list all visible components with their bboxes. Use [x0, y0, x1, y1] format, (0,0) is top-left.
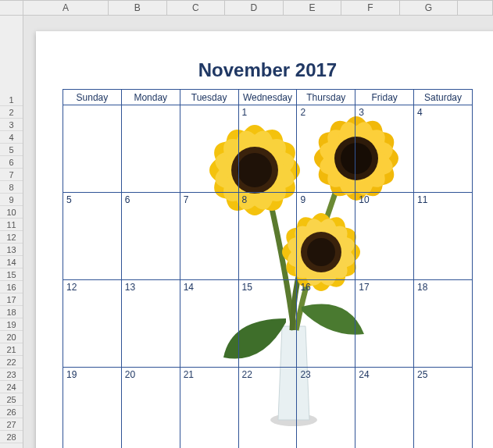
row-header[interactable]: 28 — [0, 431, 23, 443]
calendar-week-row: 1234 — [63, 105, 473, 193]
row-header[interactable]: 20 — [0, 331, 23, 343]
row-header[interactable]: 12 — [0, 231, 23, 244]
select-all-corner[interactable] — [0, 1, 23, 15]
row-header[interactable]: 26 — [0, 406, 23, 418]
calendar: November 2017 SundayMondayTuesdayWednesd… — [63, 55, 473, 448]
calendar-day-cell[interactable]: 5 — [63, 193, 122, 280]
row-header[interactable]: 4 — [0, 131, 23, 144]
calendar-day-cell[interactable]: 14 — [180, 280, 238, 368]
calendar-day-cell[interactable]: 11 — [414, 193, 473, 280]
row-header[interactable]: 27 — [0, 418, 23, 431]
calendar-day-cell[interactable]: 3 — [355, 105, 414, 193]
calendar-day-cell[interactable] — [121, 105, 180, 193]
column-header[interactable]: G — [400, 1, 459, 15]
calendar-day-cell[interactable]: 13 — [121, 280, 180, 368]
calendar-day-header-row: SundayMondayTuesdayWednesdayThursdayFrid… — [63, 90, 473, 105]
calendar-day-cell[interactable]: 24 — [355, 368, 414, 449]
calendar-day-cell[interactable]: 18 — [414, 280, 473, 368]
column-header[interactable] — [458, 1, 493, 15]
row-header[interactable]: 5 — [0, 144, 23, 156]
calendar-day-header: Tuesday — [180, 90, 238, 105]
calendar-day-cell[interactable]: 17 — [355, 280, 414, 368]
row-header[interactable]: 10 — [0, 206, 23, 219]
calendar-day-cell[interactable]: 25 — [414, 368, 473, 449]
calendar-day-header: Saturday — [414, 90, 473, 105]
column-header[interactable]: B — [109, 1, 167, 15]
row-header[interactable]: 11 — [0, 219, 23, 231]
calendar-week-row: 19202122232425 — [63, 368, 473, 449]
calendar-day-cell[interactable]: 10 — [355, 193, 414, 280]
row-header[interactable]: 9 — [0, 194, 23, 206]
calendar-day-cell[interactable]: 9 — [297, 193, 355, 280]
calendar-day-cell[interactable]: 21 — [180, 368, 238, 449]
row-header[interactable]: 3 — [0, 119, 23, 131]
row-header-offset — [0, 16, 23, 94]
calendar-day-cell[interactable]: 20 — [121, 368, 180, 449]
row-header[interactable]: 21 — [0, 343, 23, 356]
column-header-row: ABCDEFG — [0, 0, 493, 16]
calendar-day-cell[interactable]: 2 — [297, 105, 355, 193]
row-header[interactable]: 19 — [0, 318, 23, 331]
row-header[interactable]: 8 — [0, 181, 23, 194]
row-header[interactable]: 1 — [0, 94, 23, 106]
calendar-day-cell[interactable]: 15 — [238, 280, 297, 368]
calendar-grid: SundayMondayTuesdayWednesdayThursdayFrid… — [63, 89, 473, 448]
calendar-week-row: 567891011 — [63, 193, 473, 280]
calendar-day-cell[interactable]: 12 — [63, 280, 122, 368]
row-header[interactable]: 25 — [0, 393, 23, 406]
row-header[interactable]: 17 — [0, 293, 23, 306]
row-header[interactable]: 13 — [0, 244, 23, 256]
row-header[interactable]: 7 — [0, 169, 23, 181]
calendar-day-cell[interactable] — [180, 105, 238, 193]
row-header[interactable]: 22 — [0, 356, 23, 368]
row-header[interactable]: 18 — [0, 306, 23, 318]
page-canvas: November 2017 SundayMondayTuesdayWednesd… — [36, 31, 493, 448]
column-header[interactable]: F — [341, 1, 400, 15]
calendar-day-cell[interactable]: 23 — [297, 368, 355, 449]
row-header[interactable]: 16 — [0, 281, 23, 293]
calendar-day-header: Thursday — [297, 90, 355, 105]
calendar-day-header: Wednesday — [238, 90, 297, 105]
row-header[interactable]: 14 — [0, 256, 23, 268]
calendar-day-header: Friday — [355, 90, 414, 105]
calendar-day-cell[interactable]: 1 — [238, 105, 297, 193]
calendar-day-cell[interactable]: 4 — [414, 105, 473, 193]
column-header[interactable]: E — [284, 1, 342, 15]
calendar-title: November 2017 — [63, 55, 473, 89]
calendar-week-row: 12131415161718 — [63, 280, 473, 368]
column-header[interactable]: A — [23, 1, 109, 15]
row-header[interactable]: 2 — [0, 106, 23, 119]
calendar-day-cell[interactable]: 22 — [238, 368, 297, 449]
row-header[interactable]: 6 — [0, 156, 23, 169]
calendar-body: 1234567891011121314151617181920212223242… — [63, 105, 473, 449]
calendar-day-header: Sunday — [63, 90, 122, 105]
row-header[interactable]: 23 — [0, 368, 23, 381]
calendar-day-cell[interactable]: 8 — [238, 193, 297, 280]
row-header[interactable]: 15 — [0, 268, 23, 281]
column-header[interactable]: C — [167, 1, 226, 15]
calendar-table-wrap: SundayMondayTuesdayWednesdayThursdayFrid… — [63, 89, 473, 448]
row-header[interactable]: 24 — [0, 381, 23, 393]
row-header-col: 1234567891011121314151617181920212223242… — [0, 16, 23, 448]
calendar-day-cell[interactable]: 6 — [121, 193, 180, 280]
column-header[interactable]: D — [225, 1, 284, 15]
calendar-day-cell[interactable] — [63, 105, 122, 193]
calendar-day-cell[interactable]: 16 — [297, 280, 355, 368]
calendar-day-cell[interactable]: 7 — [180, 193, 238, 280]
calendar-day-cell[interactable]: 19 — [63, 368, 122, 449]
calendar-day-header: Monday — [121, 90, 180, 105]
sheet-area[interactable]: November 2017 SundayMondayTuesdayWednesd… — [23, 16, 493, 448]
